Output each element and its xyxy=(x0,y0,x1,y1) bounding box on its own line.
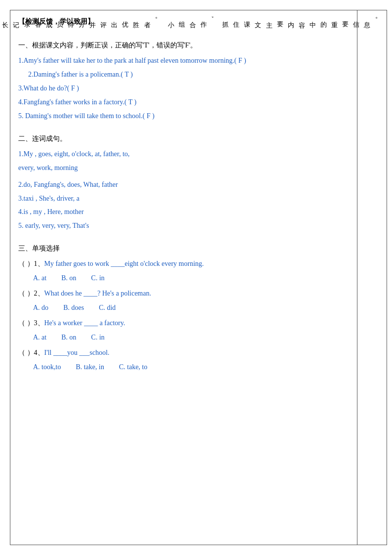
right-sidebar: 小组合作,抓住课文主要内容中的重要信息。 组员独立完成,教师核对答案,小组长记录… xyxy=(357,10,387,545)
sidebar-section1: 小组合作,抓住课文主要内容中的重要信息。 xyxy=(164,14,385,541)
sidebar-section2: 组员独立完成,教师核对答案,小组长记录各成员得分并评出优胜者。 xyxy=(0,14,164,541)
page: 【检测反馈，学以致用】 一、根据课文内容，判断正误，正确的写'T'，错误的写'F… xyxy=(0,0,392,555)
